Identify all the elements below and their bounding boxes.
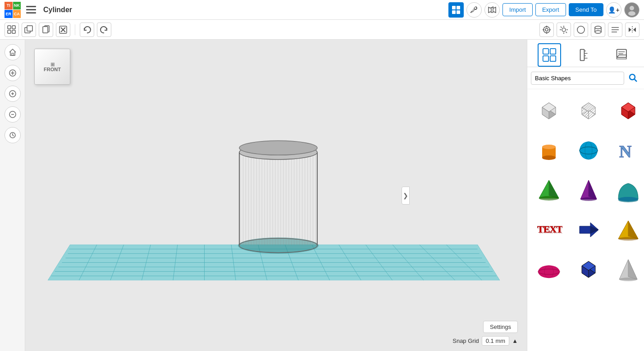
svg-rect-6 [457,10,460,14]
svg-text:N: N [619,142,631,161]
svg-rect-11 [12,26,15,29]
copy-btn[interactable] [39,23,53,37]
shapes-tab-icon [542,48,557,62]
shape-red-box[interactable] [609,92,644,130]
shape-box[interactable] [530,92,568,130]
shape-3d-text[interactable]: TEXT TEXT [530,211,568,249]
delete-btn[interactable] [56,23,70,37]
svg-point-18 [545,28,548,31]
shape-btn[interactable] [574,23,588,37]
shape-green-pyramid[interactable] [530,171,568,209]
left-sidebar [0,40,25,351]
settings-button[interactable]: Settings [483,321,518,333]
add-shape-btn[interactable] [5,23,19,37]
top-bar: TI NK ER CA Cylinder [0,0,644,20]
light-btn[interactable] [557,23,571,37]
svg-point-129 [538,265,560,278]
tab-measure[interactable] [574,43,598,67]
shape-purple-cone[interactable] [570,171,607,209]
shape-yellow-pyramid[interactable] [609,211,644,249]
shape-ellipsoid[interactable] [530,251,568,288]
svg-rect-9 [8,26,11,29]
svg-rect-2 [26,12,36,14]
redo-icon [100,25,109,34]
add-person-btn[interactable]: 👤+ [606,2,621,18]
toolbar-separator-1 [75,24,75,35]
scene-svg [25,40,527,351]
build-view-btn[interactable] [466,2,482,18]
snap-grid-label: Snap Grid [452,337,479,344]
light-icon [559,25,568,34]
list-icon [26,6,36,14]
search-shapes-btn[interactable] [626,71,640,85]
svg-rect-1 [26,9,36,10]
zoom-in-btn[interactable] [5,86,21,102]
cylinder-btn[interactable] [591,23,605,37]
tab-shapes[interactable] [538,43,561,67]
svg-point-121 [618,197,638,201]
duplicate-btn[interactable] [22,23,36,37]
import-button[interactable]: Import [502,3,533,16]
cylinder-icon [594,25,603,34]
zoom-out-btn[interactable] [5,106,21,123]
send-to-button[interactable]: Send To [569,3,603,16]
svg-point-23 [562,28,566,32]
list-icon-btn[interactable] [26,6,36,14]
snap-grid-control[interactable]: Snap Grid 0.1 mm ▲ [452,336,518,346]
panel-collapse-handle[interactable]: ❯ [402,187,410,205]
toolbar [0,20,644,40]
shape-cone-gray[interactable] [609,251,644,288]
fit-icon [9,69,17,77]
shape-cylinder[interactable] [530,132,568,169]
svg-rect-14 [27,26,32,31]
shape-sphere[interactable] [570,132,607,169]
view-target-btn[interactable] [539,23,554,37]
tinkercad-logo: TI NK ER CA [5,2,21,18]
svg-point-30 [577,26,585,33]
3d-scene[interactable] [25,40,527,351]
logo-br: CA [13,10,21,18]
svg-point-17 [544,27,550,33]
reset-view-btn[interactable] [5,127,21,143]
align-btn[interactable] [608,23,622,37]
map-view-btn[interactable] [484,2,500,18]
avatar-btn[interactable] [624,2,639,18]
shape-text-n[interactable]: N [609,132,644,169]
redo-btn[interactable] [97,23,111,37]
wrench-icon [470,5,479,14]
top-right-buttons: Import Export Send To 👤+ [448,2,639,18]
tab-notes[interactable] [611,43,634,67]
undo-btn[interactable] [80,23,94,37]
svg-rect-83 [550,56,555,61]
grid-icon [452,5,461,14]
svg-point-119 [580,197,597,201]
shape-box-hole[interactable] [570,92,607,130]
map-icon [488,5,497,14]
add-shape-icon [7,25,16,34]
shape-select[interactable]: Basic Shapes [531,72,624,85]
home-btn[interactable] [5,44,21,60]
export-button[interactable]: Export [535,3,566,16]
shape-teal-dome[interactable] [609,171,644,209]
mirror-btn[interactable] [625,23,639,37]
toolbar-right [539,23,639,37]
canvas-area[interactable]: ▣ FRONT [25,40,527,351]
page-title: Cylinder [43,6,72,14]
measure-tab-icon [579,48,593,62]
svg-point-109 [542,145,556,149]
svg-line-28 [561,27,562,28]
zoom-out-icon [9,110,17,119]
right-panel: Basic Shapes [527,40,644,351]
svg-text:TEXT: TEXT [538,224,562,236]
mirror-icon [628,25,637,34]
shape-cube-blue[interactable] [570,251,607,288]
svg-rect-81 [550,49,555,54]
logo-bl: ER [5,10,13,18]
svg-point-79 [239,141,317,155]
circle-icon [576,25,585,34]
reset-icon [9,131,17,139]
svg-marker-118 [589,180,597,199]
fit-view-btn[interactable] [5,65,21,81]
shape-arrow[interactable] [570,211,607,249]
grid-view-btn[interactable] [448,2,464,18]
